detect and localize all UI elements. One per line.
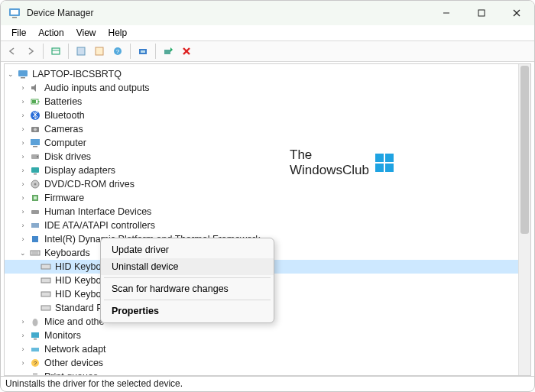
tree-label: Disk drives: [44, 150, 91, 164]
close-button[interactable]: [499, 1, 534, 25]
tree-root-label: LAPTOP-IBCSBRTQ: [32, 67, 122, 81]
maximize-button[interactable]: [464, 1, 499, 25]
expand-icon[interactable]: ›: [18, 150, 28, 164]
context-menu: Update driver Uninstall device Scan for …: [100, 238, 274, 323]
expand-icon[interactable]: ›: [18, 205, 28, 219]
menu-file[interactable]: File: [5, 26, 32, 40]
svg-rect-14: [141, 50, 145, 53]
mouse-icon: [29, 316, 41, 328]
ctx-update-driver[interactable]: Update driver: [101, 241, 274, 258]
tree-label: Bluetooth: [44, 109, 85, 122]
tree-label: Human Interface Devices: [44, 205, 151, 219]
expand-icon[interactable]: ›: [18, 232, 28, 246]
vertical-scrollbar[interactable]: [518, 64, 530, 375]
uninstall-button[interactable]: [178, 43, 195, 60]
tree-item-monitors[interactable]: ›Monitors: [5, 329, 518, 342]
tree-label: Firmware: [44, 191, 84, 205]
svg-rect-4: [478, 10, 485, 16]
expand-icon[interactable]: ›: [18, 356, 28, 370]
expand-icon[interactable]: ›: [18, 370, 28, 375]
tree-item-dvd[interactable]: ›DVD/CD-ROM drives: [5, 177, 518, 191]
computer-icon: [29, 137, 41, 149]
tree-label: Audio inputs and outputs: [44, 81, 150, 95]
tree-item-cameras[interactable]: ›Cameras: [5, 122, 518, 136]
svg-rect-26: [31, 139, 40, 145]
device-tree[interactable]: ⌄ LAPTOP-IBCSBRTQ ›Audio inputs and outp…: [5, 64, 518, 375]
toolbar-separator: [43, 44, 44, 59]
tree-label: HID Keyboa: [55, 287, 106, 301]
svg-rect-45: [41, 306, 50, 310]
svg-rect-27: [33, 146, 37, 147]
tree-item-bluetooth[interactable]: ›Bluetooth: [5, 109, 518, 122]
expand-icon[interactable]: ›: [18, 95, 28, 109]
tree-item-ide[interactable]: ›IDE ATA/ATAPI controllers: [5, 219, 518, 232]
ctx-scan-hardware[interactable]: Scan for hardware changes: [101, 280, 274, 297]
expand-icon[interactable]: ›: [18, 81, 28, 95]
expand-icon[interactable]: ›: [18, 191, 28, 205]
display-icon: [29, 164, 41, 177]
collapse-icon[interactable]: ⌄: [18, 246, 28, 260]
svg-rect-59: [375, 164, 384, 172]
content-area: ⌄ LAPTOP-IBCSBRTQ ›Audio inputs and outp…: [4, 63, 531, 376]
forward-button[interactable]: [22, 43, 39, 60]
minimize-button[interactable]: [429, 1, 464, 25]
tree-label: Mice and othe: [44, 315, 105, 329]
help-button[interactable]: ?: [109, 43, 126, 60]
svg-rect-44: [41, 292, 50, 296]
expand-icon[interactable]: ›: [18, 177, 28, 191]
tree-item-network[interactable]: ›Network adapt: [5, 342, 518, 356]
action-button-1[interactable]: [73, 43, 89, 60]
tree-label: IDE ATA/ATAPI controllers: [44, 219, 155, 232]
expand-icon[interactable]: ›: [18, 342, 28, 356]
properties-button[interactable]: [91, 43, 108, 60]
tree-item-print[interactable]: ›Print queues: [5, 370, 518, 375]
svg-rect-1: [11, 10, 18, 15]
disk-icon: [29, 151, 41, 163]
windows-logo-icon: [375, 154, 394, 172]
window-title: Device Manager: [27, 8, 429, 18]
svg-point-25: [34, 128, 37, 131]
tree-item-display[interactable]: ›Display adapters: [5, 164, 518, 177]
tree-item-computer[interactable]: ›Computer: [5, 136, 518, 150]
expand-icon[interactable]: ›: [18, 136, 28, 150]
scan-button[interactable]: [135, 43, 151, 60]
svg-point-33: [34, 183, 37, 186]
monitor-icon: [29, 329, 41, 342]
tree-root[interactable]: ⌄ LAPTOP-IBCSBRTQ: [5, 67, 518, 81]
collapse-icon[interactable]: ⌄: [6, 67, 15, 81]
expand-icon[interactable]: ›: [18, 164, 28, 177]
computer-icon: [17, 68, 29, 80]
ctx-properties[interactable]: Properties: [101, 303, 274, 319]
menu-help[interactable]: Help: [102, 26, 134, 40]
expand-icon[interactable]: ›: [18, 219, 28, 232]
tree-item-audio[interactable]: ›Audio inputs and outputs: [5, 81, 518, 95]
menu-view[interactable]: View: [70, 26, 102, 40]
tree-label: Batteries: [44, 95, 82, 109]
tree-item-other[interactable]: ›?Other devices: [5, 356, 518, 370]
svg-rect-35: [34, 196, 37, 199]
menu-action[interactable]: Action: [32, 26, 70, 40]
svg-rect-53: [33, 373, 37, 375]
tree-item-hid[interactable]: ›Human Interface Devices: [5, 205, 518, 219]
tree-item-disk[interactable]: ›Disk drives: [5, 150, 518, 164]
ctx-uninstall-device[interactable]: Uninstall device: [101, 258, 274, 275]
keyboard-icon: [29, 247, 41, 259]
expand-icon[interactable]: ›: [18, 109, 28, 122]
expand-icon[interactable]: ›: [18, 315, 28, 329]
network-icon: [29, 343, 41, 355]
back-button[interactable]: [4, 43, 21, 60]
scrollbar-thumb[interactable]: [520, 66, 529, 234]
expand-icon[interactable]: ›: [18, 329, 28, 342]
update-driver-button[interactable]: [160, 43, 177, 60]
keyboard-icon: [40, 261, 52, 273]
svg-rect-36: [31, 210, 39, 214]
show-hidden-button[interactable]: [47, 43, 64, 60]
keyboard-icon: [40, 274, 52, 287]
svg-rect-15: [164, 50, 170, 54]
tree-item-firmware[interactable]: ›Firmware: [5, 191, 518, 205]
svg-rect-10: [96, 47, 103, 55]
expand-icon[interactable]: ›: [18, 122, 28, 136]
tree-label: Display adapters: [44, 164, 115, 177]
tree-item-batteries[interactable]: ›Batteries: [5, 95, 518, 109]
tree-label: Keyboards: [44, 246, 90, 260]
